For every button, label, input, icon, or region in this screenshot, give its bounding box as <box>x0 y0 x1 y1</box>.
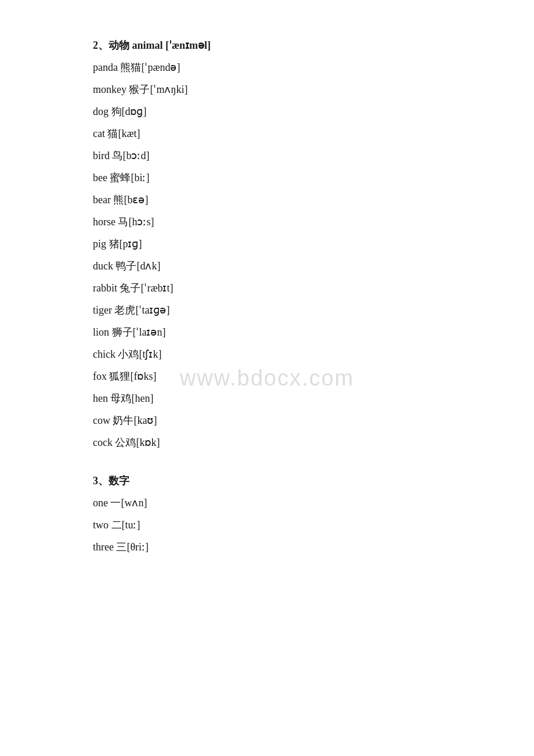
list-item: duck 鸭子[dʌk] <box>93 255 441 276</box>
list-item: bird 鸟[bɔːd] <box>93 145 441 166</box>
list-item: rabbit 兔子[ˈræbɪt] <box>93 278 441 298</box>
list-item: panda 熊猫[ˈpændə] <box>93 57 441 78</box>
list-item: tiger 老虎[ˈtaɪɡə] <box>93 300 441 321</box>
list-item: hen 母鸡[hen] <box>93 388 441 409</box>
list-item: three 三[θriː] <box>93 537 441 557</box>
list-item: horse 马[hɔːs] <box>93 211 441 232</box>
list-item: pig 猪[pɪɡ] <box>93 233 441 254</box>
list-item: lion 狮子[ˈlaɪən] <box>93 322 441 343</box>
section-numbers: 3、数字 one 一[wʌn] two 二[tuː] three 三[θriː] <box>93 470 441 557</box>
list-item: fox 狐狸[fɒks] <box>93 366 441 387</box>
section-animals-header: 2、动物 animal [ˈænɪməl] <box>93 35 441 56</box>
list-item: bee 蜜蜂[biː] <box>93 167 441 188</box>
section-animals: 2、动物 animal [ˈænɪməl] panda 熊猫[ˈpændə] m… <box>93 35 441 453</box>
list-item: cow 奶牛[kaʊ] <box>93 410 441 431</box>
main-content: 2、动物 animal [ˈænɪməl] panda 熊猫[ˈpændə] m… <box>0 0 534 593</box>
list-item: one 一[wʌn] <box>93 492 441 513</box>
list-item: dog 狗[dɒɡ] <box>93 101 441 122</box>
section-numbers-header: 3、数字 <box>93 470 441 491</box>
list-item: cock 公鸡[kɒk] <box>93 432 441 453</box>
list-item: cat 猫[kæt] <box>93 123 441 144</box>
spacer <box>93 454 441 470</box>
list-item: chick 小鸡[tʃɪk] <box>93 344 441 365</box>
list-item: monkey 猴子[ˈmʌŋki] <box>93 79 441 100</box>
list-item: two 二[tuː] <box>93 514 441 535</box>
list-item: bear 熊[bɛə] <box>93 189 441 210</box>
